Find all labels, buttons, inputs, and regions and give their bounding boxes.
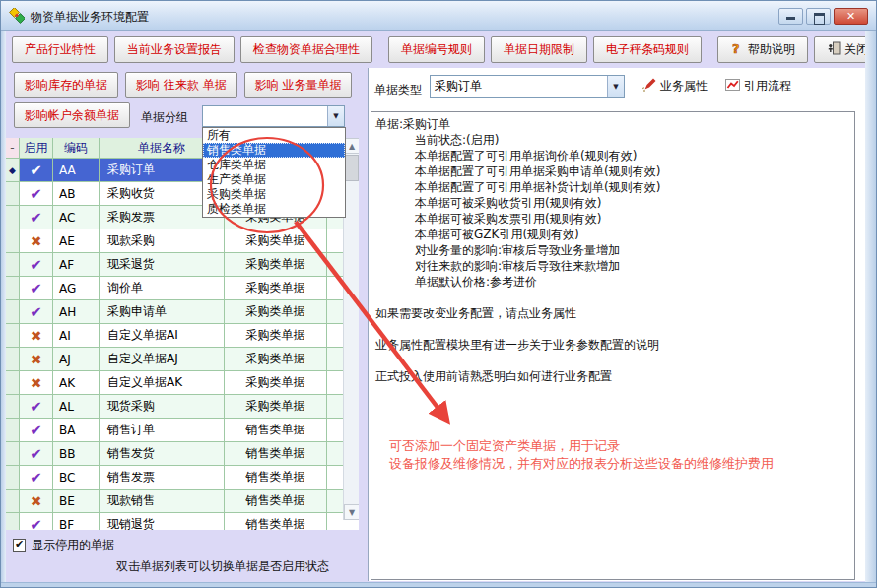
table-row[interactable]: ✖AK自定义单据AK采购类单据 — [6, 371, 343, 395]
scrollbar-thumb[interactable] — [345, 155, 359, 181]
code-cell: AE — [53, 229, 100, 253]
show-disabled-checkbox[interactable] — [13, 539, 26, 552]
name-cell: 现销退货 — [100, 513, 225, 530]
table-row[interactable]: ✔AF现采退货采购类单据 — [6, 253, 343, 277]
toolbar-button-5[interactable]: 单据日期限制 — [491, 36, 587, 63]
filter-button-row1-3[interactable]: 影响 业务量单据 — [244, 72, 353, 98]
info-line: 单据:采购订单 — [375, 116, 852, 132]
code-cell: AL — [53, 395, 100, 419]
dropdown-option[interactable]: 质检类单据 — [203, 202, 345, 217]
doc-group-dropdown-button[interactable]: ▼ — [327, 106, 344, 126]
code-cell: AI — [53, 324, 100, 348]
enabled-cell: ✔ — [20, 182, 53, 206]
check-mark-icon: ✔ — [30, 469, 42, 487]
maximize-button[interactable] — [806, 8, 831, 25]
group-cell: 采购类单据 — [225, 229, 327, 253]
doc-group-dropdown-list: 所有销售类单据仓库类单据生产类单据采购类单据质检类单据 — [202, 127, 346, 218]
titlebar: 物资单据业务环境配置 ✕ — [1, 1, 876, 31]
filter-button-row1-1[interactable]: 影响库存的单据 — [14, 72, 118, 98]
name-cell: 现款采购 — [100, 229, 225, 253]
svg-text:?: ? — [732, 41, 740, 55]
toolbar-button-6[interactable]: 电子秤条码规则 — [593, 36, 702, 63]
table-row[interactable]: ✔BC销售发票销售类单据 — [6, 466, 343, 490]
column-header-current: - — [6, 138, 20, 159]
table-row[interactable]: ✔BB销售发货销售类单据 — [6, 442, 343, 466]
app-icon — [9, 8, 25, 24]
table-row[interactable]: ✔BA销售订单销售类单据 — [6, 419, 343, 442]
dropdown-option[interactable]: 仓库类单据 — [203, 158, 345, 172]
row-indicator-cell — [6, 513, 20, 530]
filler-cell — [327, 513, 343, 530]
doc-type-dropdown-button[interactable]: ▼ — [607, 76, 624, 97]
enabled-cell: ✔ — [20, 419, 53, 442]
flow-chart-icon — [725, 79, 740, 94]
filler-cell — [327, 466, 343, 490]
table-row[interactable]: ✖AJ自定义单据AJ采购类单据 — [6, 348, 343, 371]
filter-button-row1-2[interactable]: 影响 往来款 单据 — [125, 72, 237, 98]
group-cell: 销售类单据 — [225, 442, 327, 466]
info-line: 单据默认价格:参考进价 — [375, 274, 852, 290]
close-button[interactable]: ✕ — [834, 8, 868, 25]
dropdown-option[interactable]: 生产类单据 — [203, 172, 345, 187]
enabled-cell: ✖ — [20, 229, 53, 253]
show-disabled-row[interactable]: 显示停用的单据 — [13, 537, 114, 554]
enabled-cell: ✔ — [20, 442, 53, 466]
table-row[interactable]: ✖AI自定义单据AI采购类单据 — [6, 324, 343, 348]
name-cell: 自定义单据AK — [100, 371, 225, 395]
table-row[interactable]: ✔AL现货采购采购类单据 — [6, 395, 343, 419]
table-row[interactable]: ✖BE现款销售销售类单据 — [6, 490, 343, 513]
table-row[interactable]: ✔BF现销退货销售类单据 — [6, 513, 343, 530]
scroll-up-arrow-icon[interactable]: ▲ — [344, 138, 359, 154]
code-cell: BA — [53, 419, 100, 442]
info-line: 正式投入使用前请熟悉明白如何进行业务配置 — [375, 368, 852, 384]
name-cell: 销售发货 — [100, 442, 225, 466]
toolbar-button-4[interactable]: 单据编号规则 — [388, 36, 485, 63]
enabled-cell: ✔ — [20, 206, 53, 229]
footer-panel: 显示停用的单据 双击单据列表可以切换单据是否启用状态 — [6, 530, 360, 581]
app-window: 物资单据业务环境配置 ✕ 产品行业特性当前业务设置报告检查物资单据合理性单据编号… — [0, 0, 877, 588]
check-mark-icon: ✔ — [30, 516, 42, 531]
toolbar-button-3[interactable]: 检查物资单据合理性 — [240, 36, 372, 63]
business-attributes-tool[interactable]: 业务属性 — [642, 78, 708, 95]
group-cell: 销售类单据 — [225, 513, 327, 530]
code-cell: AG — [53, 277, 100, 300]
group-cell: 采购类单据 — [225, 253, 327, 277]
table-row[interactable]: ✔AH采购申请单采购类单据 — [6, 300, 343, 324]
code-cell: BB — [53, 442, 100, 466]
name-cell: 自定义单据AJ — [100, 348, 225, 371]
doc-group-label: 单据分组 — [141, 109, 188, 126]
scroll-down-arrow-icon[interactable]: ▼ — [344, 504, 359, 520]
dropdown-option[interactable]: 所有 — [203, 128, 345, 143]
table-row[interactable]: ✖AE现款采购采购类单据 — [6, 229, 343, 253]
window-title: 物资单据业务环境配置 — [31, 9, 149, 26]
minimize-button[interactable] — [778, 8, 803, 25]
doc-group-combobox[interactable]: ▼ — [202, 105, 345, 127]
table-row[interactable]: ✔AG询价单采购类单据 — [6, 277, 343, 300]
filter-button-row2-1[interactable]: 影响帐户余额单据 — [14, 102, 130, 128]
filler-cell — [327, 300, 343, 324]
dropdown-option[interactable]: 销售类单据 — [203, 143, 345, 158]
annotation-line-1: 可否添加一个固定资产类单据，用于记录 — [389, 437, 774, 455]
code-cell: BC — [53, 466, 100, 490]
row-indicator-cell — [6, 253, 20, 277]
code-cell: AC — [53, 206, 100, 229]
enabled-cell: ✖ — [20, 348, 53, 371]
cross-mark-icon: ✖ — [31, 328, 42, 344]
code-cell: AJ — [53, 348, 100, 371]
info-line — [375, 321, 852, 337]
cross-mark-icon: ✖ — [31, 493, 42, 509]
group-cell: 采购类单据 — [225, 300, 327, 324]
check-mark-icon: ✔ — [30, 445, 42, 463]
filter-button-row-2: 影响帐户余额单据 — [14, 102, 130, 128]
toolbar-button-7[interactable]: ?帮助说明 — [717, 36, 808, 63]
toolbar-button-2[interactable]: 当前业务设置报告 — [114, 36, 235, 63]
dropdown-option[interactable]: 采购类单据 — [203, 187, 345, 202]
reference-flow-tool[interactable]: 引用流程 — [725, 78, 791, 95]
code-cell: BF — [53, 513, 100, 530]
cross-mark-icon: ✖ — [31, 352, 42, 367]
toolbar-button-1[interactable]: 产品行业特性 — [12, 36, 108, 63]
doc-type-combobox[interactable]: 采购订单 ▼ — [430, 75, 625, 98]
row-indicator-cell — [6, 442, 20, 466]
enabled-cell: ✔ — [20, 466, 53, 490]
column-header-code: 编码 — [53, 138, 100, 159]
